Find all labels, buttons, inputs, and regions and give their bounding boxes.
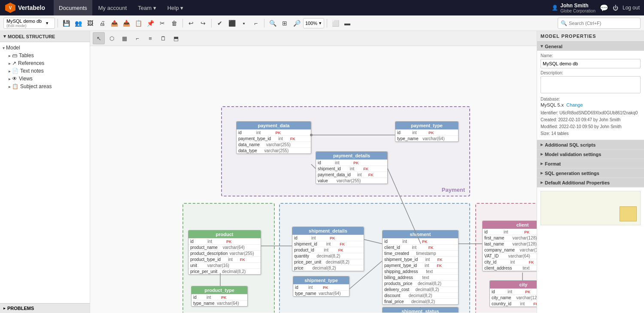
zoom-in-button[interactable]: 🔎	[291, 18, 302, 29]
table-payment-data[interactable]: payment_data idintPK payment_type_idintF…	[236, 121, 311, 154]
nav-help[interactable]: Help ▾	[162, 0, 188, 15]
paste-button[interactable]: 📌	[145, 18, 156, 29]
prop-database-label: Database:	[541, 97, 641, 101]
users-button[interactable]: 👥	[73, 18, 84, 29]
cut-button[interactable]: ✂	[157, 18, 168, 29]
zoom-arrow: ▼	[318, 21, 322, 25]
table-product-body: idintPK product_namevarchar(64) product_…	[188, 238, 261, 274]
table-product[interactable]: product idintPK product_namevarchar(64) …	[188, 230, 261, 275]
db-selector[interactable]: MySQL demo db (Edit mode) ▼	[3, 18, 55, 29]
canvas-content[interactable]: Payment Product Client payment_data	[90, 46, 537, 313]
redo-button[interactable]: ↪	[197, 18, 209, 29]
change-link[interactable]: Change	[566, 102, 583, 107]
table-row: client_idintFK	[383, 244, 458, 250]
section-additional-sql: ▸ Additional SQL scripts	[537, 140, 644, 150]
table-payment-type[interactable]: payment_type idintPK type_namevarchar(64…	[395, 121, 459, 142]
section-format-header[interactable]: ▸ Format	[537, 159, 644, 168]
search-icon: 🔍	[561, 20, 567, 26]
select-area-tool[interactable]: ⬡	[106, 32, 118, 44]
user-icon: 👤	[552, 5, 558, 11]
notifications-icon[interactable]: 💬	[600, 4, 608, 12]
compact-view-button[interactable]: ▬	[342, 18, 353, 29]
delete-button[interactable]: 🗑	[169, 18, 180, 29]
table-row: payment_type_idintFK	[237, 135, 311, 141]
image-button[interactable]: 🖼	[85, 18, 96, 29]
mini-preview[interactable]	[541, 191, 641, 225]
fit-button[interactable]: ⊞	[279, 18, 290, 29]
table-view-button[interactable]: ⬜	[330, 18, 341, 29]
table-row: payment_data_idintFK	[316, 172, 387, 178]
table-shipment-details[interactable]: shipment_details idintPK shipment_idintF…	[292, 227, 364, 271]
views-label: Views	[19, 76, 33, 82]
tree-node-subjectareas[interactable]: ▸ 📋 Subject areas	[0, 83, 90, 90]
table-shipment-status[interactable]: shipment_status idintPK shipment_idintFK…	[382, 307, 459, 313]
collapse-icon[interactable]: ▾	[3, 34, 6, 39]
table-row: pricedecimal(8,2)	[292, 265, 364, 271]
table-row: idintPK	[191, 294, 247, 300]
nav-documents[interactable]: Documents	[54, 0, 92, 15]
toolbar-separator-5	[327, 19, 327, 28]
align-left-button[interactable]: ⬛	[226, 18, 237, 29]
table-row: VAT_IDvarchar(64)N	[483, 253, 537, 259]
section-default-additional-header[interactable]: ▸ Default Additional Properties	[537, 178, 644, 187]
section-additional-sql-label: Additional SQL scripts	[545, 142, 595, 147]
section-sql-generation-label: SQL generation settings	[545, 171, 599, 176]
search-input[interactable]	[569, 21, 638, 26]
table-payment-details[interactable]: payment_details idintPK shipment_idintFK…	[316, 151, 388, 184]
section-model-validation-header[interactable]: ▸ Model validation settings	[537, 150, 644, 159]
section-general-arrow: ▾	[541, 43, 543, 49]
top-navigation: V Vertabelo Documents My account Team ▾ …	[0, 0, 644, 15]
prop-name-input[interactable]	[541, 59, 641, 68]
table-product-type[interactable]: product_type idintPK type_namevarchar(64…	[191, 286, 248, 307]
tree-node-model[interactable]: ▾ Model	[0, 44, 90, 52]
canvas-area: ↖ ⬡ ▦ ⌐ ≡ 🗒 ⬒ Payment Product	[90, 31, 537, 313]
table-city-body: idintPK city_namevarchar(128) country_id…	[490, 288, 537, 307]
table-row: last_namevarchar(128)	[483, 241, 537, 247]
text-tool[interactable]: 🗒	[157, 32, 169, 44]
table-row: valuevarchar(255)	[316, 178, 387, 184]
nav-team[interactable]: Team ▾	[133, 0, 161, 15]
section-additional-sql-header[interactable]: ▸ Additional SQL scripts	[537, 140, 644, 149]
select-tool[interactable]: ↖	[93, 32, 105, 44]
list-tool[interactable]: ≡	[144, 32, 156, 44]
table-row: idintPK	[237, 129, 311, 135]
section-general-header[interactable]: ▾ General	[537, 42, 644, 51]
undo-button[interactable]: ↩	[185, 18, 197, 29]
save-button[interactable]: 💾	[61, 18, 72, 29]
subjectareas-label: Subject areas	[20, 83, 52, 89]
validate-button[interactable]: ✔	[214, 18, 225, 29]
zoom-selector[interactable]: 100% ▼	[303, 18, 324, 28]
table-row: price_per_unitdecimal(8,2)	[188, 268, 261, 274]
connect-button[interactable]: ⌐	[250, 18, 261, 29]
table-row: client_addresstext	[483, 265, 537, 271]
logout-button[interactable]: Log out	[623, 5, 640, 11]
tree-node-textnotes[interactable]: ▸ 📄 Text notes	[0, 67, 90, 75]
align-right-button[interactable]: ▪	[238, 18, 249, 29]
textnotes-arrow: ▸	[9, 69, 11, 74]
section-model-validation-label: Model validation settings	[545, 152, 601, 157]
zoom-search-button[interactable]: 🔍	[267, 18, 278, 29]
table-shipment-type[interactable]: shipment_type idintPK type_namevarchar(6…	[293, 276, 349, 297]
table-row: type_namevarchar(64)	[191, 300, 247, 306]
table-row: product_namevarchar(64)	[188, 244, 261, 250]
canvas-toolbar: ↖ ⬡ ▦ ⌐ ≡ 🗒 ⬒	[90, 31, 537, 46]
prop-description-input[interactable]	[541, 76, 641, 93]
problems-bar[interactable]: ▸ PROBLEMS	[0, 303, 90, 313]
tree-node-references[interactable]: ▸ ↗ References	[0, 59, 90, 67]
ref-tool[interactable]: ⌐	[131, 32, 143, 44]
area-tool[interactable]: ⬒	[170, 32, 182, 44]
table-tool[interactable]: ▦	[118, 32, 131, 44]
import-button[interactable]: 📥	[121, 18, 132, 29]
section-sql-generation-header[interactable]: ▸ SQL generation settings	[537, 169, 644, 178]
table-city[interactable]: city idintPK city_namevarchar(128) count…	[489, 280, 537, 307]
nav-myaccount[interactable]: My account	[93, 0, 132, 15]
copy-button[interactable]: 📋	[133, 18, 144, 29]
tree-node-tables[interactable]: ▸ 🗃 Tables	[0, 52, 90, 59]
table-row: country_idintFK	[490, 301, 537, 307]
table-client[interactable]: client idintPK first_namevarchar(128) la…	[482, 221, 537, 271]
print-button[interactable]: 🖨	[97, 18, 108, 29]
tree-node-views[interactable]: ▸ 👁 Views	[0, 75, 90, 83]
export-button[interactable]: 📤	[109, 18, 120, 29]
logo[interactable]: V Vertabelo	[4, 2, 45, 14]
table-shipment[interactable]: shipment idintPK client_idintFK time_cre…	[382, 230, 459, 305]
